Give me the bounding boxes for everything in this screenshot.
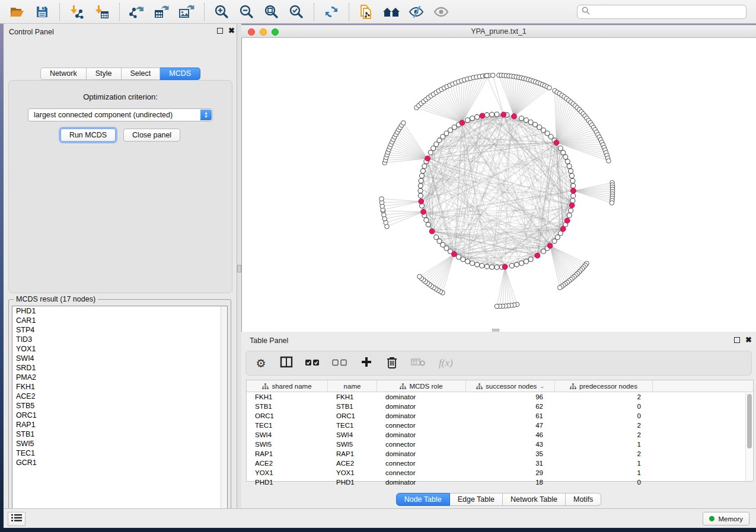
function-builder-button[interactable]: f(x) xyxy=(439,356,453,370)
split-panel-button[interactable] xyxy=(280,356,293,370)
mcds-result-item[interactable]: PHD1 xyxy=(12,306,227,316)
import-table-button[interactable] xyxy=(94,4,110,20)
zoom-selected-icon xyxy=(289,4,304,20)
first-neighbors-button[interactable] xyxy=(383,4,400,20)
mcds-result-list[interactable]: PHD1CAR1STP4TID3YOX1SWI4SRD1PMA2FKH1ACE2… xyxy=(12,306,228,517)
table-row[interactable]: STB1STB1dominator620 xyxy=(247,402,753,411)
plus-icon xyxy=(361,356,372,370)
table-settings-button[interactable]: ⚙ xyxy=(254,356,267,370)
column-header-successor-nodes[interactable]: successor nodes ⌄ xyxy=(466,380,555,392)
tab-motifs[interactable]: Motifs xyxy=(566,493,601,506)
tab-edge-table[interactable]: Edge Table xyxy=(450,493,503,506)
minimize-window-icon[interactable] xyxy=(260,28,267,36)
network-graph[interactable] xyxy=(242,38,756,332)
run-mcds-button[interactable]: Run MCDS xyxy=(60,129,116,142)
mcds-result-item[interactable]: SWI4 xyxy=(12,354,227,363)
close-window-icon[interactable] xyxy=(248,28,255,36)
mcds-result-item[interactable]: SWI5 xyxy=(12,439,227,448)
table-cell-mcds-role: dominator xyxy=(377,449,466,459)
table-row[interactable]: SWI5SWI5connector431 xyxy=(247,440,753,449)
table-row[interactable]: ORC1ORC1dominator610 xyxy=(247,411,753,421)
erase-table-icon xyxy=(411,357,426,369)
hide-selected-button[interactable] xyxy=(408,4,425,20)
table-row[interactable]: TEC1TEC1connector472 xyxy=(247,421,753,430)
mcds-result-title: MCDS result (17 nodes) xyxy=(14,295,98,303)
mcds-result-item[interactable]: TEC1 xyxy=(12,448,227,458)
close-panel-icon[interactable]: ✖ xyxy=(745,335,752,344)
mcds-result-item[interactable]: YOX1 xyxy=(12,344,227,354)
tab-network-table[interactable]: Network Table xyxy=(503,493,566,506)
add-column-button[interactable] xyxy=(360,356,373,370)
mcds-result-item[interactable]: STP4 xyxy=(12,325,227,335)
zoom-in-button[interactable] xyxy=(213,4,230,20)
mcds-result-item[interactable]: STB5 xyxy=(12,401,227,411)
mcds-result-item[interactable]: SRD1 xyxy=(12,363,227,373)
clone-network-button[interactable] xyxy=(358,4,375,20)
table-row[interactable]: YOX1YOX1connector291 xyxy=(247,468,753,477)
column-header-predecessor-nodes[interactable]: predecessor nodes xyxy=(555,380,653,392)
mcds-result-item[interactable]: ACE2 xyxy=(12,392,227,401)
tab-mcds[interactable]: MCDS xyxy=(160,68,200,80)
erase-table-button[interactable] xyxy=(411,356,426,370)
table-cell-predecessor-nodes: 0 xyxy=(555,402,653,411)
table-vertical-scrollbar[interactable] xyxy=(745,393,752,481)
splitter-handle[interactable] xyxy=(237,265,241,273)
table-row[interactable]: RAP1RAP1dominator352 xyxy=(247,449,753,459)
float-window-icon[interactable] xyxy=(217,28,223,34)
deselect-all-button[interactable] xyxy=(332,356,347,370)
zoom-selected-button[interactable] xyxy=(288,4,305,20)
column-header-shared-name[interactable]: shared name xyxy=(247,380,328,392)
tab-select[interactable]: Select xyxy=(122,68,161,80)
network-window-titlebar[interactable]: YPA_prune.txt_1 xyxy=(241,25,756,38)
import-network-button[interactable] xyxy=(69,4,85,20)
network-search-field[interactable] xyxy=(577,5,747,19)
task-history-button[interactable] xyxy=(8,512,25,526)
column-header-name[interactable]: name xyxy=(328,380,377,392)
delete-column-button[interactable] xyxy=(385,356,398,370)
export-table-button[interactable] xyxy=(154,4,170,20)
mcds-result-item[interactable]: ORC1 xyxy=(12,411,227,420)
table-cell-mcds-role: connector xyxy=(377,459,466,468)
export-network-button[interactable] xyxy=(129,4,145,20)
open-session-button[interactable] xyxy=(9,4,25,20)
close-panel-button[interactable]: Close panel xyxy=(123,129,180,142)
close-panel-icon[interactable]: ✖ xyxy=(228,26,235,35)
scrollbar-thumb[interactable] xyxy=(747,394,752,448)
table-cell-name: PHD1 xyxy=(328,477,377,487)
table-cell-mcds-role: connector xyxy=(377,421,466,430)
vertical-splitter[interactable] xyxy=(237,24,241,508)
search-input[interactable] xyxy=(593,6,742,18)
network-canvas[interactable] xyxy=(241,38,756,332)
table-row[interactable]: SWI4SWI4dominator462 xyxy=(247,430,753,440)
mcds-result-item[interactable]: CAR1 xyxy=(12,316,227,325)
mcds-result-item[interactable]: STB1 xyxy=(12,430,227,439)
maximize-window-icon[interactable] xyxy=(272,28,279,36)
memory-button[interactable]: Memory xyxy=(703,512,749,525)
mcds-result-item[interactable]: TID3 xyxy=(12,335,227,344)
apply-layout-button[interactable] xyxy=(323,4,340,20)
memory-status-icon xyxy=(709,516,714,521)
table-row[interactable]: PHD1PHD1dominator180 xyxy=(247,477,753,487)
zoom-out-icon xyxy=(239,4,254,20)
mcds-list-scrollbar[interactable] xyxy=(221,306,227,516)
save-session-button[interactable] xyxy=(34,4,50,20)
export-image-button[interactable] xyxy=(178,4,195,20)
select-all-button[interactable] xyxy=(305,356,320,370)
float-window-icon[interactable] xyxy=(734,337,740,343)
zoom-fit-button[interactable] xyxy=(263,4,280,20)
table-row[interactable]: ACE2ACE2connector311 xyxy=(247,459,753,468)
tab-node-table[interactable]: Node Table xyxy=(396,493,450,506)
mcds-result-item[interactable]: PMA2 xyxy=(12,373,227,382)
table-row[interactable]: FKH1FKH1dominator962 xyxy=(247,392,753,402)
mcds-result-item[interactable]: FKH1 xyxy=(12,382,227,392)
mcds-result-item[interactable]: GCR1 xyxy=(12,458,227,467)
houses-icon xyxy=(382,5,400,19)
table-cell-name: STB1 xyxy=(328,402,377,411)
show-all-button[interactable] xyxy=(433,4,449,20)
tab-network[interactable]: Network xyxy=(40,68,87,80)
mcds-result-item[interactable]: RAP1 xyxy=(12,420,227,430)
column-header-mcds-role[interactable]: MCDS role xyxy=(377,380,466,392)
zoom-out-button[interactable] xyxy=(238,4,255,20)
optimization-criterion-select[interactable]: largest connected component (undirected)… xyxy=(28,108,213,121)
tab-style[interactable]: Style xyxy=(87,68,122,80)
